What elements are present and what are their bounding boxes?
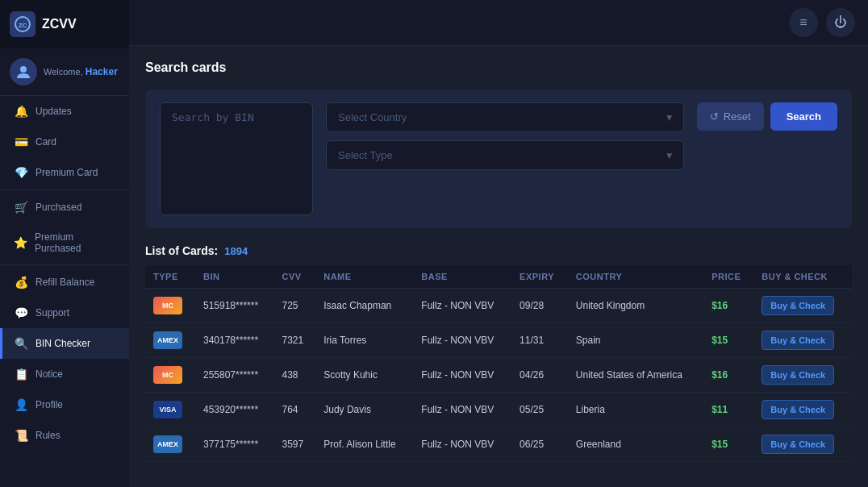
search-panel: Select Country ▼ Select Type ▼ ↺ Reset S… <box>145 89 852 228</box>
cell-buy-check: Buy & Check <box>753 323 852 358</box>
table-row: MC 255807****** 438 Scotty Kuhic Fullz -… <box>145 358 852 393</box>
buy-check-button[interactable]: Buy & Check <box>762 365 834 385</box>
cell-type: VISA <box>145 393 195 427</box>
logo-icon: ZC <box>10 11 35 37</box>
buy-check-button[interactable]: Buy & Check <box>762 331 834 350</box>
sidebar-item-profile[interactable]: 👤 Profile <box>0 389 129 420</box>
cell-buy-check: Buy & Check <box>753 289 852 323</box>
cards-table: Type Bin CVV Name Base Expiry Country Pr… <box>145 265 852 462</box>
bin-search-input[interactable] <box>160 102 313 215</box>
sidebar-item-bin-checker[interactable]: 🔍 BIN Checker <box>0 328 129 359</box>
avatar <box>10 58 37 85</box>
reset-button[interactable]: ↺ Reset <box>697 102 764 131</box>
table-header: Type Bin CVV Name Base Expiry Country Pr… <box>145 265 852 289</box>
type-select[interactable]: Select Type <box>326 140 684 170</box>
cell-bin: 515918****** <box>195 289 274 323</box>
price-badge: $15 <box>712 439 728 450</box>
country-select[interactable]: Select Country <box>326 102 684 132</box>
refill-icon: 💰 <box>14 276 28 289</box>
cell-name: Iria Torres <box>315 323 413 358</box>
sidebar-item-premium-purchased[interactable]: ⭐ Premium Purchased <box>0 223 129 263</box>
cell-expiry: 06/25 <box>511 427 568 462</box>
dropdowns-wrap: Select Country ▼ Select Type ▼ <box>326 102 684 170</box>
search-button[interactable]: Search <box>770 102 837 131</box>
buy-check-button[interactable]: Buy & Check <box>762 400 834 419</box>
cell-cvv: 438 <box>274 358 316 393</box>
cell-bin: 453920****** <box>195 393 274 427</box>
sidebar-item-updates[interactable]: 🔔 Updates <box>0 96 129 127</box>
card-type-logo: AMEX <box>153 331 182 349</box>
sidebar-item-notice[interactable]: 📋 Notice <box>0 359 129 389</box>
cell-bin: 377175****** <box>195 427 274 462</box>
cell-type: AMEX <box>145 427 195 462</box>
page-title: Search cards <box>145 60 852 75</box>
rules-icon: 📜 <box>14 429 28 442</box>
col-name: Name <box>315 265 413 289</box>
sidebar-item-profile-label: Profile <box>35 399 63 410</box>
cell-price: $11 <box>703 393 753 427</box>
price-badge: $15 <box>712 335 728 346</box>
cell-country: Greenland <box>568 427 703 462</box>
notice-icon: 📋 <box>14 368 28 381</box>
reset-label: Reset <box>724 110 751 123</box>
cell-country: United Kingdom <box>568 289 703 323</box>
cell-price: $16 <box>703 289 753 323</box>
support-icon: 💬 <box>14 306 28 319</box>
sidebar-item-card[interactable]: 💳 Card <box>0 127 129 157</box>
cell-buy-check: Buy & Check <box>753 427 852 462</box>
sidebar-item-premium-card[interactable]: 💎 Premium Card <box>0 157 129 188</box>
card-type-logo: MC <box>153 366 182 384</box>
bin-checker-icon: 🔍 <box>14 337 28 350</box>
user-section: Welcome, Hacker <box>0 48 129 96</box>
cell-buy-check: Buy & Check <box>753 358 852 393</box>
col-country: Country <box>568 265 703 289</box>
cell-country: Liberia <box>568 393 703 427</box>
sidebar-item-purchased-label: Purchased <box>35 202 81 213</box>
price-badge: $16 <box>712 300 728 311</box>
welcome-label: Welcome, Hacker <box>44 66 118 77</box>
sidebar-item-premium-card-label: Premium Card <box>35 167 98 178</box>
col-price: Price <box>703 265 753 289</box>
cell-type: MC <box>145 358 195 393</box>
sidebar-item-refill-label: Refill Balance <box>35 277 94 288</box>
cell-price: $16 <box>703 358 753 393</box>
sidebar: ZC ZCVV Welcome, Hacker 🔔 Updates 💳 Card… <box>0 0 129 487</box>
buy-check-button[interactable]: Buy & Check <box>762 296 834 315</box>
cell-cvv: 7321 <box>274 323 316 358</box>
card-icon: 💳 <box>14 135 28 148</box>
updates-icon: 🔔 <box>14 105 28 118</box>
sidebar-item-purchased[interactable]: 🛒 Purchased <box>0 192 129 223</box>
user-info: Welcome, Hacker <box>44 66 118 77</box>
list-header: List of Cards: 1894 <box>145 244 852 257</box>
sidebar-item-support[interactable]: 💬 Support <box>0 298 129 328</box>
sidebar-item-rules[interactable]: 📜 Rules <box>0 420 129 451</box>
country-dropdown-wrap: Select Country ▼ <box>326 102 684 132</box>
logout-icon: ⏻ <box>834 15 847 30</box>
topbar: ≡ ⏻ <box>129 0 868 46</box>
menu-icon: ≡ <box>799 15 807 30</box>
cell-country: Spain <box>568 323 703 358</box>
cell-name: Scotty Kuhic <box>315 358 413 393</box>
logo-text: ZCVV <box>42 17 77 31</box>
sidebar-item-updates-label: Updates <box>35 106 72 117</box>
logo-area: ZC ZCVV <box>0 0 129 48</box>
page-content: Search cards Select Country ▼ Select Typ… <box>129 46 868 477</box>
card-type-logo: MC <box>153 297 182 314</box>
card-type-logo: AMEX <box>153 435 182 453</box>
type-dropdown-wrap: Select Type ▼ <box>326 140 684 170</box>
profile-icon: 👤 <box>14 398 28 411</box>
list-count: 1894 <box>224 245 248 257</box>
buy-check-button[interactable]: Buy & Check <box>762 435 834 454</box>
cards-tbody: MC 515918****** 725 Isaac Chapman Fullz … <box>145 289 852 462</box>
cell-cvv: 3597 <box>274 427 316 462</box>
logout-button[interactable]: ⏻ <box>826 8 855 37</box>
sidebar-item-refill-balance[interactable]: 💰 Refill Balance <box>0 267 129 298</box>
col-base: Base <box>413 265 511 289</box>
cell-name: Judy Davis <box>315 393 413 427</box>
cell-expiry: 11/31 <box>511 323 568 358</box>
reset-icon: ↺ <box>710 110 719 123</box>
menu-button[interactable]: ≡ <box>789 8 818 37</box>
sidebar-item-notice-label: Notice <box>35 368 63 380</box>
cell-expiry: 05/25 <box>511 393 568 427</box>
sidebar-item-premium-purchased-label: Premium Purchased <box>35 231 118 254</box>
